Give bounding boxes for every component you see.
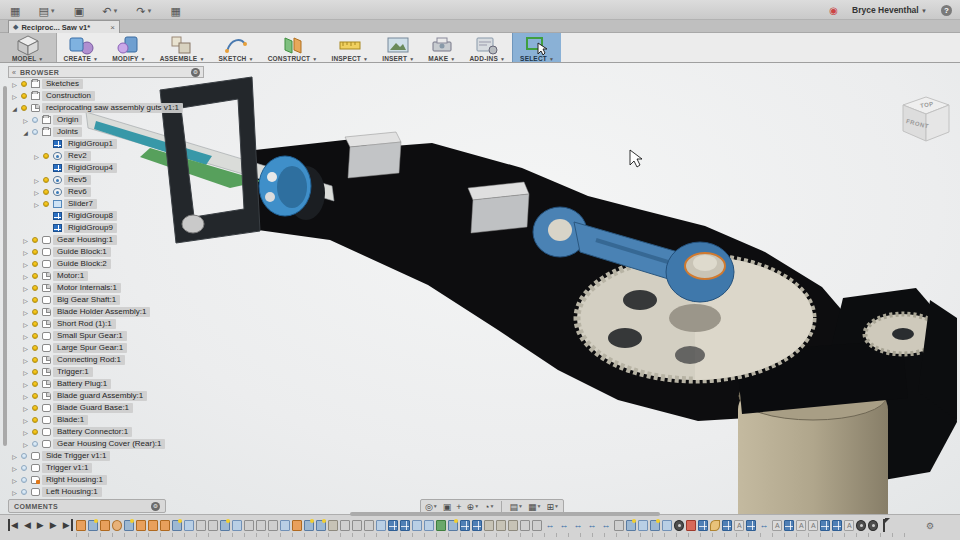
display-settings-icon[interactable]: ▤▼ bbox=[509, 502, 522, 512]
timeline-feature-asbuilt-icon[interactable] bbox=[734, 520, 744, 531]
toolbar-group-model[interactable]: MODEL ▼ bbox=[0, 33, 57, 62]
tree-row-rev6[interactable]: ▷Rev6 bbox=[8, 186, 183, 198]
tree-expand-icon[interactable]: ▷ bbox=[10, 465, 19, 472]
look-at-icon[interactable]: ▣ bbox=[443, 502, 452, 512]
window-zoom-icon[interactable]: ◔▼ bbox=[484, 502, 494, 512]
visibility-bulb-icon[interactable] bbox=[21, 489, 27, 495]
viewports-icon[interactable]: ⊞▼ bbox=[546, 502, 559, 512]
timeline-feature-pattern-icon[interactable] bbox=[400, 520, 410, 531]
timeline-feature-component-icon[interactable] bbox=[662, 520, 672, 531]
tree-row-side-trigger-v1-1[interactable]: ▷Side Trigger v1:1 bbox=[8, 450, 183, 462]
timeline-feature-component-icon[interactable] bbox=[280, 520, 290, 531]
tree-row-slider7[interactable]: ▷Slider7 bbox=[8, 198, 183, 210]
timeline-feature-slab-icon[interactable] bbox=[496, 520, 506, 531]
timeline-feature-joint-icon[interactable] bbox=[76, 520, 86, 531]
timeline-feature-joint-icon[interactable] bbox=[160, 520, 170, 531]
zoom-icon[interactable]: ⊕▼ bbox=[467, 502, 480, 512]
tree-expand-icon[interactable]: ▷ bbox=[21, 273, 30, 280]
visibility-bulb-icon[interactable] bbox=[32, 309, 38, 315]
tree-expand-icon[interactable]: ▷ bbox=[10, 453, 19, 460]
tree-row-gear-housing-1[interactable]: ▷Gear Housing:1 bbox=[8, 234, 183, 246]
visibility-bulb-icon[interactable] bbox=[21, 93, 27, 99]
tree-row-small-spur-gear-1[interactable]: ▷Small Spur Gear:1 bbox=[8, 330, 183, 342]
timeline-position-marker[interactable] bbox=[883, 519, 885, 532]
viewcube[interactable]: TOP FRONT bbox=[897, 93, 955, 153]
timeline-feature-pattern-icon[interactable] bbox=[820, 520, 830, 531]
visibility-bulb-icon[interactable] bbox=[32, 321, 38, 327]
tree-expand-icon[interactable]: ▷ bbox=[21, 441, 30, 448]
redo-icon[interactable]: ↷▼ bbox=[136, 5, 152, 17]
tree-expand-icon[interactable]: ▷ bbox=[21, 285, 30, 292]
tree-row-reciprocating-saw-assembly-guts-v1-1[interactable]: ◢reciprocating saw assembly guts v1:1 bbox=[8, 102, 183, 114]
tree-row-rigidgroup1[interactable]: RigidGroup1 bbox=[8, 138, 183, 150]
tree-row-connecting-rod-1[interactable]: ▷Connecting Rod:1 bbox=[8, 354, 183, 366]
tree-expand-icon[interactable]: ▷ bbox=[21, 237, 30, 244]
timeline-feature-joint-icon[interactable] bbox=[100, 520, 110, 531]
tree-expand-icon[interactable]: ▷ bbox=[21, 381, 30, 388]
visibility-bulb-icon[interactable] bbox=[32, 261, 38, 267]
tree-expand-icon[interactable]: ▷ bbox=[21, 261, 30, 268]
timeline-feature-component-icon[interactable] bbox=[638, 520, 648, 531]
tree-collapse-icon[interactable]: ◢ bbox=[21, 129, 30, 136]
visibility-bulb-icon[interactable] bbox=[32, 129, 38, 135]
file-menu-icon[interactable]: ▤▼ bbox=[38, 5, 55, 17]
tree-row-short-rod-1-1[interactable]: ▷Short Rod (1):1 bbox=[8, 318, 183, 330]
timeline-feature-pattern-icon[interactable] bbox=[472, 520, 482, 531]
app-grid-icon[interactable]: ▦ bbox=[10, 5, 20, 17]
timeline-feature-joint-icon[interactable] bbox=[136, 520, 146, 531]
visibility-bulb-icon[interactable] bbox=[32, 381, 38, 387]
record-icon[interactable]: ◉ bbox=[829, 5, 838, 16]
tree-row-motor-internals-1[interactable]: ▷Motor Internals:1 bbox=[8, 282, 183, 294]
timeline-feature-extrude-icon[interactable] bbox=[244, 520, 254, 531]
tree-expand-icon[interactable]: ▷ bbox=[10, 489, 19, 496]
toolbar-group-addins[interactable]: ADD-INS ▼ bbox=[462, 33, 512, 62]
collapse-panel-icon[interactable]: « bbox=[12, 69, 16, 76]
timeline-feature-asbuilt-icon[interactable] bbox=[808, 520, 818, 531]
timeline-feature-pattern-icon[interactable] bbox=[460, 520, 470, 531]
visibility-bulb-icon[interactable] bbox=[21, 477, 27, 483]
tree-row-rigidgroup8[interactable]: RigidGroup8 bbox=[8, 210, 183, 222]
timeline-feature-slab-icon[interactable] bbox=[484, 520, 494, 531]
visibility-bulb-icon[interactable] bbox=[43, 177, 49, 183]
timeline-feature-asbuilt-icon[interactable] bbox=[772, 520, 782, 531]
timeline-feature-revolve-icon[interactable] bbox=[112, 520, 122, 531]
tree-expand-icon[interactable]: ▷ bbox=[21, 417, 30, 424]
toolbar-group-create[interactable]: CREATE ▼ bbox=[57, 33, 106, 62]
tree-collapse-icon[interactable]: ◢ bbox=[10, 105, 19, 112]
timeline-feature-extrude-icon[interactable] bbox=[256, 520, 266, 531]
timeline-feature-pattern-icon[interactable] bbox=[388, 520, 398, 531]
timeline-settings-gear-icon[interactable]: ⚙ bbox=[926, 521, 934, 531]
visibility-bulb-icon[interactable] bbox=[32, 237, 38, 243]
timeline-feature-sketch-icon[interactable] bbox=[124, 520, 134, 531]
go-to-end-button[interactable]: ▶ bbox=[63, 519, 73, 531]
go-to-start-button[interactable]: ◀ bbox=[8, 519, 18, 531]
visibility-bulb-icon[interactable] bbox=[32, 429, 38, 435]
timeline-feature-pattern-icon[interactable] bbox=[832, 520, 842, 531]
save-icon[interactable]: ▣ bbox=[74, 5, 84, 17]
timeline-feature-sketch-icon[interactable] bbox=[172, 520, 182, 531]
browser-scrollbar[interactable] bbox=[3, 86, 7, 446]
tree-row-rigidgroup9[interactable]: RigidGroup9 bbox=[8, 222, 183, 234]
browser-header[interactable]: « BROWSER ⚙ bbox=[8, 66, 204, 78]
play-button[interactable]: ▶ bbox=[50, 519, 57, 531]
tree-row-left-housing-1[interactable]: ▷Left Housing:1 bbox=[8, 486, 183, 498]
tree-row-big-gear-shaft-1[interactable]: ▷Big Gear Shaft:1 bbox=[8, 294, 183, 306]
timeline-feature-asbuilt-icon[interactable] bbox=[844, 520, 854, 531]
timeline-feature-sketch-icon[interactable] bbox=[448, 520, 458, 531]
timeline-feature-arrow-icon[interactable]: ↔ bbox=[558, 520, 570, 531]
toolbar-group-make[interactable]: MAKE ▼ bbox=[421, 33, 462, 62]
timeline-feature-pattern-icon[interactable] bbox=[722, 520, 732, 531]
visibility-bulb-icon[interactable] bbox=[21, 81, 27, 87]
visibility-bulb-icon[interactable] bbox=[32, 441, 38, 447]
timeline-feature-extrude-icon[interactable] bbox=[532, 520, 542, 531]
comments-bar[interactable]: COMMENTS ⚙ bbox=[8, 499, 166, 513]
tree-expand-icon[interactable]: ▷ bbox=[21, 393, 30, 400]
tree-row-guide-block-1[interactable]: ▷Guide Block:1 bbox=[8, 246, 183, 258]
tree-row-trigger-v1-1[interactable]: ▷Trigger v1:1 bbox=[8, 462, 183, 474]
visibility-bulb-icon[interactable] bbox=[32, 369, 38, 375]
visibility-bulb-icon[interactable] bbox=[32, 297, 38, 303]
timeline-feature-arrow-icon[interactable]: ↔ bbox=[572, 520, 584, 531]
timeline-feature-arrow-icon[interactable]: ↔ bbox=[586, 520, 598, 531]
visibility-bulb-icon[interactable] bbox=[32, 333, 38, 339]
visibility-bulb-icon[interactable] bbox=[43, 153, 49, 159]
